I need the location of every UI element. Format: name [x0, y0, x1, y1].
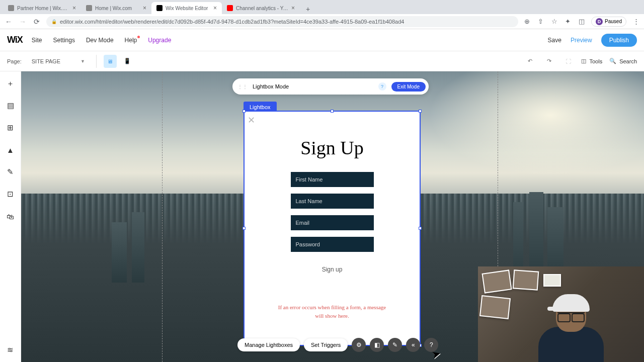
editor-stage[interactable]: ⋮⋮ Lightbox Mode ? Exit Mode Lightbox ✕ …: [21, 71, 644, 362]
signup-form: Sign Up First Name Last Name Email Passw…: [245, 112, 420, 330]
resize-handle[interactable]: [331, 110, 334, 113]
resize-handle[interactable]: [419, 110, 422, 113]
animation-icon[interactable]: ✎: [388, 338, 402, 352]
close-icon[interactable]: ×: [143, 5, 146, 12]
pages-icon[interactable]: ▤: [6, 101, 16, 111]
kebab-icon[interactable]: ⋮: [632, 18, 640, 25]
webcam-person: [538, 297, 604, 362]
wix-actions: Save Preview Publish: [548, 34, 637, 47]
exit-mode-button[interactable]: Exit Mode: [391, 82, 426, 92]
lightbox-mode-bar[interactable]: ⋮⋮ Lightbox Mode ? Exit Mode: [232, 78, 429, 95]
page-dropdown[interactable]: SITE PAGE ▼: [28, 56, 89, 66]
help-circle-icon[interactable]: ?: [424, 338, 438, 352]
tools-label: Tools: [589, 58, 602, 64]
tab-title: Partner Home | Wix.com: [17, 6, 69, 11]
menu-upgrade[interactable]: Upgrade: [148, 37, 171, 44]
signup-button[interactable]: Sign up: [265, 266, 399, 273]
search-button[interactable]: 🔍Search: [609, 58, 637, 64]
editor-canvas-wrap: ＋ ▤ ⊞ ▲ ✎ ⊡ 🛍 ≋ ⋮⋮ Lightbox Mode ? Exit …: [0, 71, 644, 362]
browser-tab-active[interactable]: Wix Website Editor×: [151, 2, 222, 14]
element-action-bar: Manage Lightboxes Set Triggers ⚙ ◧ ✎ « ?: [237, 338, 438, 352]
bookmark-icon[interactable]: ☆: [550, 18, 558, 25]
cms-icon[interactable]: ⊡: [6, 189, 16, 199]
form-title: Sign Up: [265, 137, 399, 159]
wix-topbar: WiX Site Settings Dev Mode Help Upgrade …: [0, 29, 644, 51]
zoom-icon[interactable]: ⊕: [523, 18, 531, 25]
email-field[interactable]: Email: [291, 215, 374, 230]
pen-icon[interactable]: ✎: [6, 167, 16, 177]
reload-button[interactable]: ⟳: [32, 17, 41, 26]
lightbox-element[interactable]: ✕ Sign Up First Name Last Name Email Pas…: [244, 111, 421, 346]
desk-note: [543, 274, 561, 287]
url-text: editor.wix.com/html/editor/web/renderer/…: [60, 19, 404, 25]
media-icon[interactable]: ▲: [6, 145, 16, 155]
close-icon[interactable]: ×: [213, 5, 217, 12]
save-button[interactable]: Save: [548, 37, 561, 44]
resize-handle[interactable]: [419, 227, 422, 230]
first-name-field[interactable]: First Name: [291, 172, 374, 187]
close-icon[interactable]: ×: [291, 5, 295, 12]
field-placeholder: Password: [296, 241, 320, 247]
menu-settings[interactable]: Settings: [53, 37, 75, 44]
menu-help[interactable]: Help: [125, 37, 137, 44]
favicon: [156, 5, 163, 11]
tools-button[interactable]: ◫Tools: [581, 58, 602, 64]
favicon: [227, 5, 233, 11]
zoom-out-icon[interactable]: ⛶: [562, 55, 574, 67]
drag-handle-icon[interactable]: ⋮⋮: [237, 84, 248, 89]
browser-tab[interactable]: Home | Wix.com×: [81, 2, 151, 14]
close-icon[interactable]: ×: [72, 5, 76, 12]
lightbox-close-icon[interactable]: ✕: [248, 115, 255, 126]
search-label: Search: [619, 58, 637, 64]
desk-photo: [513, 269, 539, 290]
password-field[interactable]: Password: [291, 237, 374, 252]
chevron-down-icon: ▼: [80, 59, 85, 64]
menu-devmode[interactable]: Dev Mode: [86, 37, 114, 44]
undo-button[interactable]: ↶: [524, 55, 536, 67]
page-label: Page:: [7, 58, 22, 64]
person-cap: [552, 294, 590, 312]
resize-handle[interactable]: [243, 110, 246, 113]
new-tab-button[interactable]: +: [303, 4, 313, 14]
resize-handle[interactable]: [243, 227, 246, 230]
publish-button[interactable]: Publish: [601, 34, 637, 47]
forward-button[interactable]: →: [18, 17, 27, 26]
help-icon[interactable]: ?: [378, 82, 386, 90]
address-bar[interactable]: 🔒 editor.wix.com/html/editor/web/rendere…: [46, 16, 518, 27]
apps-icon[interactable]: ⊞: [6, 123, 16, 133]
favicon: [86, 5, 92, 11]
share-icon[interactable]: ⇧: [537, 18, 544, 25]
person-glasses: [557, 312, 585, 319]
layers-icon[interactable]: ≋: [6, 345, 16, 355]
extensions-icon[interactable]: ✦: [564, 18, 572, 25]
lock-icon: 🔒: [51, 19, 57, 24]
browser-tab[interactable]: Channel analytics - YouTube S×: [222, 2, 300, 14]
sidepanel-icon[interactable]: ◫: [578, 18, 585, 25]
design-icon[interactable]: ◧: [370, 338, 384, 352]
tab-title: Channel analytics - YouTube S: [236, 6, 288, 11]
add-icon[interactable]: ＋: [6, 78, 16, 88]
profile-paused[interactable]: DPaused: [591, 17, 626, 27]
paused-label: Paused: [605, 19, 622, 24]
secbar-right: ↶ ↷ ⛶ ◫Tools 🔍Search: [524, 55, 637, 67]
desk-photo: [479, 295, 511, 319]
menu-site[interactable]: Site: [32, 37, 42, 44]
mobile-view-button[interactable]: 📱: [121, 55, 134, 68]
wix-logo[interactable]: WiX: [7, 35, 23, 45]
last-name-field[interactable]: Last Name: [291, 194, 374, 209]
field-placeholder: Email: [296, 220, 310, 226]
browser-tab[interactable]: Partner Home | Wix.com×: [3, 2, 81, 14]
field-placeholder: Last Name: [296, 198, 323, 204]
error-message: If an error occurs when filling a form, …: [265, 303, 399, 320]
back-button[interactable]: ←: [4, 17, 13, 26]
desktop-view-button[interactable]: 🖥: [104, 55, 117, 68]
device-toggle: 🖥 📱: [96, 55, 134, 68]
business-icon[interactable]: 🛍: [6, 211, 16, 221]
set-triggers-button[interactable]: Set Triggers: [304, 338, 348, 351]
preview-button[interactable]: Preview: [571, 37, 592, 44]
settings-icon[interactable]: ⚙: [352, 338, 366, 352]
manage-lightboxes-button[interactable]: Manage Lightboxes: [237, 338, 300, 351]
stretch-icon[interactable]: «: [406, 338, 420, 352]
redo-button[interactable]: ↷: [543, 55, 555, 67]
tools-icon: ◫: [581, 58, 586, 64]
